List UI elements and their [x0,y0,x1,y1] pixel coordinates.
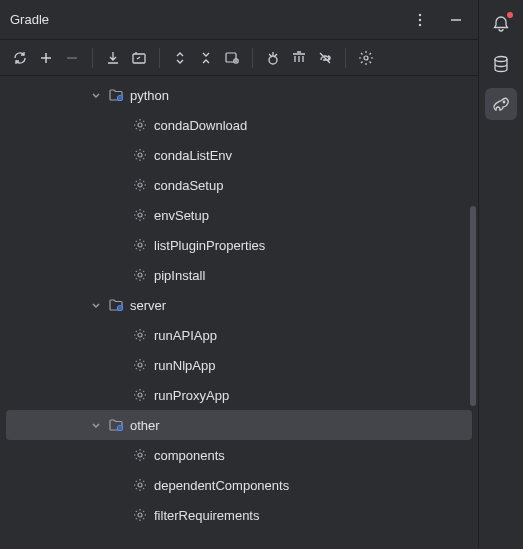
panel-title: Gradle [10,12,408,27]
add-icon[interactable] [34,46,58,70]
expand-all-icon[interactable] [168,46,192,70]
svg-point-18 [138,273,142,277]
run-config-icon[interactable] [127,46,151,70]
expand-arrow-icon[interactable] [88,297,104,313]
tree-task[interactable]: filterRequirements [0,500,478,530]
svg-point-10 [364,56,368,60]
svg-point-17 [138,243,142,247]
svg-point-30 [503,101,505,103]
node-label: pipInstall [154,268,205,283]
refresh-icon[interactable] [8,46,32,70]
divider [252,48,253,68]
folder-icon [108,417,124,433]
expand-arrow-icon[interactable] [88,417,104,433]
svg-point-1 [419,18,421,20]
gear-icon [132,207,148,223]
database-button[interactable] [485,48,517,80]
node-label: server [130,298,166,313]
divider [159,48,160,68]
gear-icon [132,387,148,403]
gear-icon [132,147,148,163]
folder-icon [108,297,124,313]
svg-point-21 [138,333,142,337]
tree-folder[interactable]: other [6,410,472,440]
download-icon[interactable] [101,46,125,70]
svg-point-23 [138,393,142,397]
svg-point-16 [138,213,142,217]
gradle-button[interactable] [485,88,517,120]
gear-icon [132,447,148,463]
gear-icon [132,177,148,193]
node-label: runNlpApp [154,358,215,373]
svg-rect-7 [133,54,145,63]
expand-arrow-icon[interactable] [88,87,104,103]
tree-folder[interactable]: python [0,80,478,110]
analyze-icon[interactable] [261,46,285,70]
settings-icon[interactable] [354,46,378,70]
tree-folder[interactable]: server [0,290,478,320]
tree-task[interactable]: pipInstall [0,260,478,290]
gear-icon [132,507,148,523]
tree-task[interactable]: components [0,440,478,470]
tree-task[interactable]: dependentComponents [0,470,478,500]
svg-point-0 [419,13,421,15]
tree-task[interactable]: listPluginProperties [0,230,478,260]
node-label: runAPIApp [154,328,217,343]
tree-task[interactable]: runAPIApp [0,320,478,350]
node-label: condaDownload [154,118,247,133]
gear-icon [132,327,148,343]
svg-point-26 [138,453,142,457]
node-label: filterRequirements [154,508,260,523]
minimize-icon[interactable] [444,8,468,32]
collapse-all-icon[interactable] [194,46,218,70]
tree-task[interactable]: condaDownload [0,110,478,140]
node-label: envSetup [154,208,209,223]
divider [92,48,93,68]
node-label: other [130,418,160,433]
right-sidebar [479,0,523,549]
svg-point-15 [138,183,142,187]
gear-icon [132,117,148,133]
svg-point-22 [138,363,142,367]
svg-point-2 [419,23,421,25]
tree-task[interactable]: runNlpApp [0,350,478,380]
node-label: python [130,88,169,103]
gear-icon [132,477,148,493]
node-label: dependentComponents [154,478,289,493]
svg-point-27 [138,483,142,487]
tree-task[interactable]: runProxyApp [0,380,478,410]
node-label: listPluginProperties [154,238,265,253]
remove-icon[interactable] [60,46,84,70]
svg-point-28 [138,513,142,517]
gear-icon [132,267,148,283]
node-label: runProxyApp [154,388,229,403]
svg-point-14 [138,153,142,157]
node-label: condaSetup [154,178,223,193]
notification-dot-icon [507,12,513,18]
module-icon[interactable] [220,46,244,70]
gradle-tool-window: Gradle [0,0,479,549]
offline-icon[interactable] [313,46,337,70]
dependency-icon[interactable] [287,46,311,70]
tree-task[interactable]: condaSetup [0,170,478,200]
node-label: components [154,448,225,463]
node-label: condaListEnv [154,148,232,163]
notifications-button[interactable] [485,8,517,40]
svg-point-13 [138,123,142,127]
tree-task[interactable]: envSetup [0,200,478,230]
options-menu-icon[interactable] [408,8,432,32]
folder-icon [108,87,124,103]
gear-icon [132,237,148,253]
scrollbar[interactable] [470,206,476,406]
tree-task[interactable]: condaListEnv [0,140,478,170]
panel-header: Gradle [0,0,478,40]
svg-point-29 [495,57,507,62]
divider [345,48,346,68]
toolbar [0,40,478,76]
gear-icon [132,357,148,373]
header-actions [408,8,468,32]
gradle-tree[interactable]: pythoncondaDownloadcondaListEnvcondaSetu… [0,76,478,549]
